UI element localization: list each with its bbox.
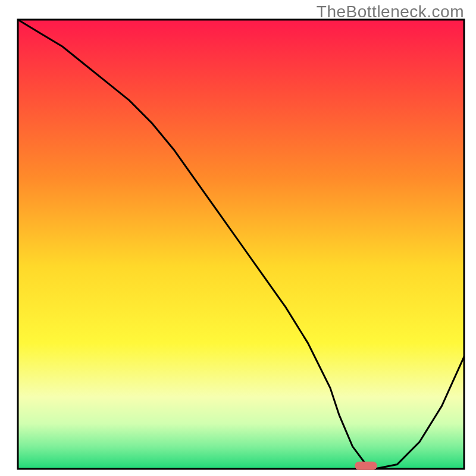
chart-stage: TheBottleneck.com <box>0 0 476 476</box>
bottleneck-chart <box>0 0 476 476</box>
optimal-range-marker <box>355 462 377 470</box>
